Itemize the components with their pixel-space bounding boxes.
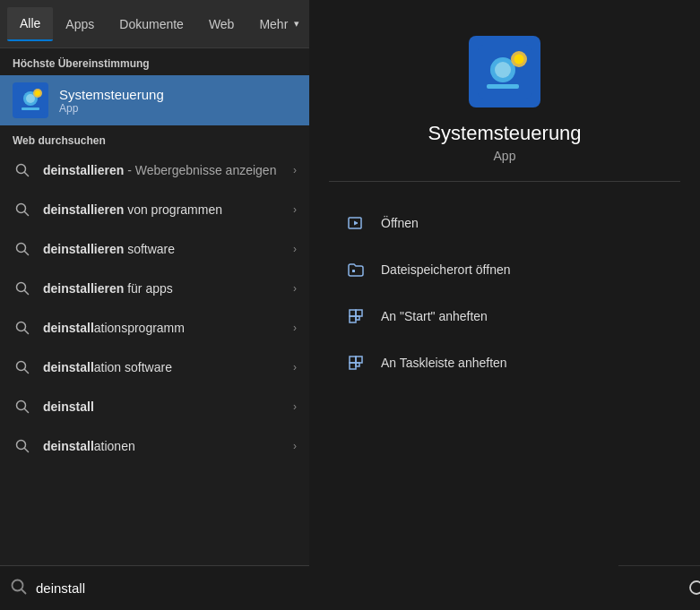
result-arrow-4: › bbox=[293, 322, 297, 334]
result-item-3[interactable]: deinstallieren für apps › bbox=[0, 269, 309, 308]
result-item-1[interactable]: deinstallieren von programmen › bbox=[0, 190, 309, 229]
app-large-icon bbox=[469, 36, 540, 107]
result-text-1: deinstallieren von programmen bbox=[43, 202, 286, 217]
result-arrow-5: › bbox=[293, 361, 297, 374]
result-arrow-1: › bbox=[293, 203, 297, 216]
svg-line-17 bbox=[25, 370, 29, 374]
svg-rect-33 bbox=[356, 310, 362, 316]
action-fileopen[interactable]: Dateispeicherort öffnen bbox=[336, 246, 673, 293]
action-label-pin-start: An "Start" anheften bbox=[381, 309, 488, 323]
action-label-fileopen: Dateispeicherort öffnen bbox=[381, 262, 511, 277]
svg-rect-38 bbox=[350, 363, 356, 369]
search-icon-5 bbox=[13, 357, 32, 377]
web-search-header: Web durchsuchen bbox=[0, 125, 309, 150]
app-large-title: Systemsteuerung bbox=[428, 122, 581, 145]
tab-alle[interactable]: Alle bbox=[7, 7, 53, 41]
search-icon-0 bbox=[13, 160, 32, 180]
result-item-0[interactable]: deinstallieren - Webergebnisse anzeigen … bbox=[0, 150, 309, 190]
action-pin-start[interactable]: An "Start" anheften bbox=[336, 293, 673, 339]
svg-rect-31 bbox=[352, 270, 355, 272]
svg-line-13 bbox=[25, 291, 29, 295]
folder-icon bbox=[343, 257, 368, 282]
svg-line-7 bbox=[25, 173, 29, 176]
search-icon-3 bbox=[13, 279, 32, 298]
results-scroll[interactable]: Höchste Übereinstimmung Systemsteuerung … bbox=[0, 48, 309, 610]
search-icon-6 bbox=[13, 397, 32, 417]
chevron-down-icon: ▾ bbox=[294, 18, 299, 30]
result-arrow-0: › bbox=[293, 164, 297, 176]
action-label-pin-taskbar: An Taskleiste anheften bbox=[381, 356, 507, 370]
best-match-text: Systemsteuerung App bbox=[59, 87, 297, 115]
result-text-2: deinstallieren software bbox=[43, 242, 286, 256]
svg-line-9 bbox=[25, 212, 29, 216]
taskbar bbox=[618, 565, 700, 610]
result-arrow-7: › bbox=[293, 440, 297, 452]
svg-point-2 bbox=[26, 94, 35, 103]
svg-line-21 bbox=[25, 449, 29, 452]
result-text-4: deinstallationsprogramm bbox=[43, 321, 286, 335]
right-panel: Systemsteuerung App Öffnen Dateispeicher… bbox=[309, 0, 700, 610]
open-icon bbox=[343, 210, 368, 236]
result-text-6: deinstall bbox=[43, 400, 286, 414]
action-open[interactable]: Öffnen bbox=[336, 200, 673, 246]
divider bbox=[329, 181, 680, 182]
svg-line-15 bbox=[25, 331, 29, 334]
svg-point-5 bbox=[35, 90, 40, 96]
result-item-5[interactable]: deinstallation software › bbox=[0, 348, 309, 387]
best-match-title: Systemsteuerung bbox=[59, 87, 297, 102]
svg-rect-3 bbox=[22, 107, 39, 110]
svg-rect-35 bbox=[356, 316, 359, 320]
result-item-7[interactable]: deinstallationen › bbox=[0, 426, 309, 466]
pin-start-icon bbox=[343, 304, 368, 329]
svg-rect-37 bbox=[356, 357, 362, 363]
pin-taskbar-icon bbox=[343, 350, 368, 375]
svg-rect-39 bbox=[356, 363, 359, 366]
systemsteuerung-icon bbox=[13, 82, 48, 118]
svg-line-19 bbox=[25, 409, 29, 413]
tab-web[interactable]: Web bbox=[196, 7, 247, 41]
svg-rect-36 bbox=[350, 357, 356, 363]
tab-mehr[interactable]: Mehr ▾ bbox=[246, 7, 312, 41]
svg-rect-34 bbox=[350, 316, 356, 322]
svg-point-29 bbox=[514, 55, 524, 64]
result-item-2[interactable]: deinstallieren software › bbox=[0, 229, 309, 269]
best-match-item[interactable]: Systemsteuerung App bbox=[0, 75, 309, 125]
tab-apps[interactable]: Apps bbox=[53, 7, 107, 41]
action-pin-taskbar[interactable]: An Taskleiste anheften bbox=[336, 339, 673, 386]
svg-line-11 bbox=[25, 252, 29, 255]
action-label-open: Öffnen bbox=[381, 216, 419, 230]
result-text-0: deinstallieren - Webergebnisse anzeigen bbox=[43, 163, 286, 177]
best-match-subtitle: App bbox=[59, 102, 297, 115]
result-arrow-6: › bbox=[293, 400, 297, 413]
search-bar bbox=[0, 565, 309, 610]
app-large-subtitle: App bbox=[494, 149, 516, 163]
search-panel: Alle Apps Dokumente Web Mehr ▾ ··· ✕ Höc… bbox=[0, 0, 309, 610]
result-arrow-3: › bbox=[293, 282, 297, 295]
svg-point-26 bbox=[495, 62, 511, 78]
result-item-6[interactable]: deinstall › bbox=[0, 387, 309, 426]
best-match-header: Höchste Übereinstimmung bbox=[0, 48, 309, 75]
search-icon-4 bbox=[13, 318, 32, 338]
search-icon-7 bbox=[13, 436, 32, 456]
action-list: Öffnen Dateispeicherort öffnen An "S bbox=[309, 200, 700, 386]
search-bar-icon bbox=[11, 579, 27, 598]
result-text-7: deinstallationen bbox=[43, 439, 286, 453]
taskbar-search-icon[interactable] bbox=[680, 571, 700, 606]
svg-line-23 bbox=[22, 589, 26, 594]
result-item-4[interactable]: deinstallationsprogramm › bbox=[0, 308, 309, 348]
result-text-3: deinstallieren für apps bbox=[43, 281, 286, 296]
svg-rect-27 bbox=[487, 84, 519, 89]
search-input[interactable] bbox=[36, 580, 298, 596]
result-text-5: deinstallation software bbox=[43, 360, 286, 374]
tabs-bar: Alle Apps Dokumente Web Mehr ▾ ··· ✕ bbox=[0, 0, 309, 48]
svg-rect-32 bbox=[350, 310, 356, 316]
svg-point-40 bbox=[690, 581, 700, 594]
tab-dokumente[interactable]: Dokumente bbox=[107, 7, 196, 41]
result-arrow-2: › bbox=[293, 243, 297, 255]
search-icon-1 bbox=[13, 200, 32, 219]
search-icon-2 bbox=[13, 239, 32, 259]
